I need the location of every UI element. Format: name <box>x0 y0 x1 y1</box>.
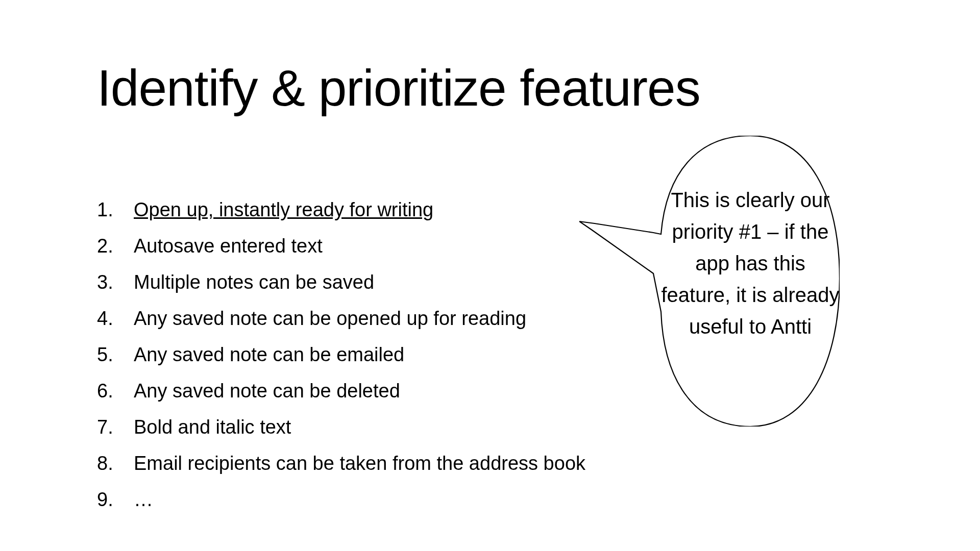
list-text: Bold and italic text <box>134 416 291 438</box>
list-number: 3. <box>97 271 134 293</box>
callout-text: This is clearly our priority #1 – if the… <box>661 184 840 342</box>
list-number: 4. <box>97 308 134 330</box>
list-number: 6. <box>97 380 134 402</box>
list-number: 9. <box>97 489 134 511</box>
list-number: 2. <box>97 235 134 257</box>
list-item: 6. Any saved note can be deleted <box>97 380 585 402</box>
speech-bubble-icon <box>579 136 840 427</box>
list-number: 1. <box>97 199 134 221</box>
list-item: 3. Multiple notes can be saved <box>97 271 585 293</box>
list-text: Autosave entered text <box>134 235 323 257</box>
list-text: Any saved note can be emailed <box>134 344 404 366</box>
list-number: 7. <box>97 416 134 438</box>
list-item: 8. Email recipients can be taken from th… <box>97 453 585 474</box>
speech-bubble-callout: This is clearly our priority #1 – if the… <box>579 136 840 421</box>
list-number: 5. <box>97 344 134 366</box>
list-item: 2. Autosave entered text <box>97 235 585 257</box>
list-item: 1. Open up, instantly ready for writing <box>97 199 585 221</box>
list-text: Multiple notes can be saved <box>134 271 374 293</box>
list-item: 9. … <box>97 489 585 511</box>
list-text: Any saved note can be deleted <box>134 380 400 402</box>
list-number: 8. <box>97 453 134 474</box>
list-item: 7. Bold and italic text <box>97 416 585 438</box>
list-text: … <box>134 489 153 511</box>
slide-title: Identify & prioritize features <box>97 59 700 117</box>
list-text: Email recipients can be taken from the a… <box>134 453 585 474</box>
list-item: 4. Any saved note can be opened up for r… <box>97 308 585 330</box>
list-text: Any saved note can be opened up for read… <box>134 308 526 330</box>
list-text: Open up, instantly ready for writing <box>134 199 433 221</box>
feature-list: 1. Open up, instantly ready for writing … <box>97 199 585 525</box>
list-item: 5. Any saved note can be emailed <box>97 344 585 366</box>
